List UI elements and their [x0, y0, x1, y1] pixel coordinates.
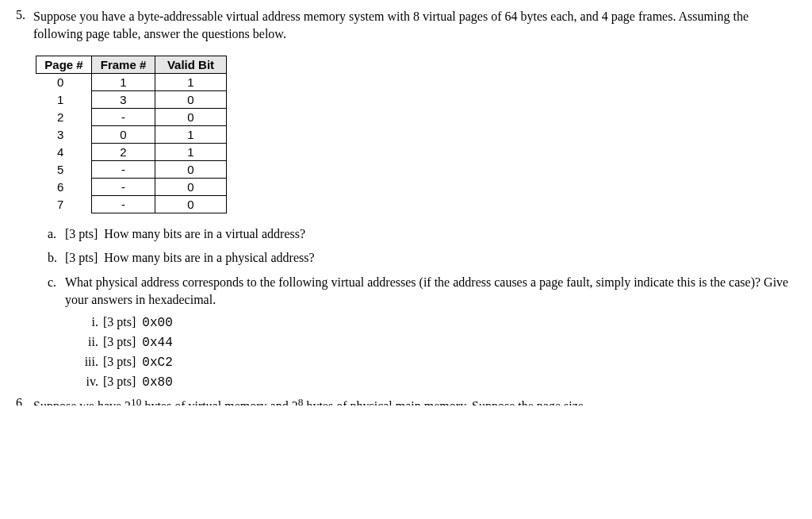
- cell-frame: -: [92, 160, 155, 178]
- cell-valid: 0: [155, 195, 227, 213]
- cell-frame: 0: [92, 125, 155, 143]
- cell-valid: 1: [155, 143, 227, 160]
- sub-text-c: What physical address corresponds to the…: [65, 274, 796, 309]
- cell-valid: 0: [155, 160, 227, 178]
- main-question: 5. Suppose you have a byte-addressable v…: [16, 8, 796, 44]
- cell-page: 7: [36, 195, 92, 213]
- partial-sup: 10: [131, 396, 141, 406]
- sub-c: c. What physical address corresponds to …: [48, 274, 796, 309]
- sub-label-a: a.: [48, 225, 65, 243]
- cell-frame: -: [92, 195, 155, 213]
- addr-ii: 0x44: [142, 336, 172, 350]
- cell-frame: -: [92, 178, 155, 195]
- pts-b: [3 pts]: [65, 251, 98, 264]
- roman-iii: iii. [3 pts] 0xC2: [79, 355, 796, 370]
- partial-next-question: 6 Suppose we have 210 bytes of virtual m…: [16, 396, 796, 406]
- header-valid: Valid Bit: [155, 56, 227, 73]
- addr-iii: 0xC2: [142, 356, 172, 370]
- cell-valid: 0: [155, 178, 227, 195]
- roman-ii: ii. [3 pts] 0x44: [79, 335, 796, 350]
- cell-frame: 1: [92, 73, 155, 90]
- cell-frame: -: [92, 108, 155, 125]
- pts-iii: [3 pts]: [103, 355, 136, 368]
- partial-left: Suppose we have 2: [33, 400, 131, 406]
- roman-text-ii: [3 pts] 0x44: [103, 335, 173, 350]
- partial-text: Suppose we have 210 bytes of virtual mem…: [33, 396, 584, 406]
- pts-a: [3 pts]: [65, 227, 98, 240]
- pts-i: [3 pts]: [103, 315, 136, 329]
- table-row: 0 1 1: [36, 73, 227, 90]
- table-row: 6 - 0: [36, 178, 227, 195]
- q-b: How many bits are in a physical address?: [104, 251, 314, 264]
- table-row: 2 - 0: [36, 108, 227, 125]
- roman-questions: i. [3 pts] 0x00 ii. [3 pts] 0x44 iii. [3…: [79, 315, 796, 390]
- table-row: 1 3 0: [36, 90, 227, 108]
- sub-label-b: b.: [48, 249, 65, 267]
- q-a: How many bits are in a virtual address?: [104, 227, 305, 240]
- pts-iv: [3 pts]: [103, 375, 136, 388]
- cell-page: 1: [36, 90, 92, 108]
- cell-page: 6: [36, 178, 92, 195]
- partial-number: 6: [16, 396, 33, 406]
- header-page: Page #: [36, 56, 92, 73]
- sub-text-a: [3 pts] How many bits are in a virtual a…: [65, 225, 305, 243]
- cell-valid: 1: [155, 125, 227, 143]
- roman-i: i. [3 pts] 0x00: [79, 315, 796, 330]
- table-header-row: Page # Frame # Valid Bit: [36, 56, 227, 73]
- cell-page: 3: [36, 125, 92, 143]
- sub-label-c: c.: [48, 274, 65, 309]
- roman-label-iii: iii.: [79, 355, 103, 370]
- cell-page: 5: [36, 160, 92, 178]
- roman-iv: iv. [3 pts] 0x80: [79, 375, 796, 390]
- addr-i: 0x00: [142, 316, 172, 330]
- table-row: 4 2 1: [36, 143, 227, 160]
- roman-label-i: i.: [79, 315, 103, 330]
- table-row: 3 0 1: [36, 125, 227, 143]
- cell-page: 2: [36, 108, 92, 125]
- sub-text-b: [3 pts] How many bits are in a physical …: [65, 249, 315, 267]
- cell-frame: 3: [92, 90, 155, 108]
- partial-mid: bytes of virtual memory and 2: [141, 400, 297, 406]
- pts-ii: [3 pts]: [103, 335, 136, 348]
- cell-valid: 0: [155, 90, 227, 108]
- question-text: Suppose you have a byte-addressable virt…: [33, 8, 796, 44]
- partial-right: bytes of physical main memory. Suppose t…: [303, 400, 584, 406]
- roman-text-iv: [3 pts] 0x80: [103, 375, 173, 390]
- table-row: 7 - 0: [36, 195, 227, 213]
- sub-a: a. [3 pts] How many bits are in a virtua…: [48, 225, 796, 243]
- addr-iv: 0x80: [142, 375, 172, 390]
- cell-frame: 2: [92, 143, 155, 160]
- cell-valid: 1: [155, 73, 227, 90]
- page-table-element: Page # Frame # Valid Bit 0 1 1 1 3 0 2 -…: [36, 56, 227, 213]
- question-number: 5.: [16, 8, 33, 44]
- roman-text-i: [3 pts] 0x00: [103, 315, 173, 330]
- header-frame: Frame #: [92, 56, 155, 73]
- cell-valid: 0: [155, 108, 227, 125]
- roman-text-iii: [3 pts] 0xC2: [103, 355, 173, 370]
- sub-questions: a. [3 pts] How many bits are in a virtua…: [48, 225, 796, 390]
- cell-page: 4: [36, 143, 92, 160]
- table-row: 5 - 0: [36, 160, 227, 178]
- sub-b: b. [3 pts] How many bits are in a physic…: [48, 249, 796, 267]
- roman-label-iv: iv.: [79, 375, 103, 390]
- page-table: Page # Frame # Valid Bit 0 1 1 1 3 0 2 -…: [36, 56, 796, 213]
- cell-page: 0: [36, 73, 92, 90]
- roman-label-ii: ii.: [79, 335, 103, 350]
